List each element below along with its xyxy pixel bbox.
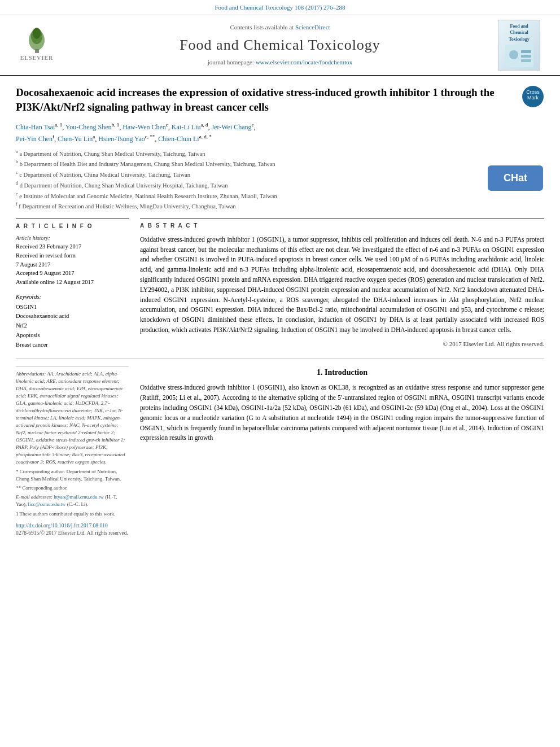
affiliation-b: b b Department of Health Diet and Indust… [16,159,544,169]
chat-button-container: CHat [488,165,543,191]
thumb-line3: Toxicology [509,36,530,43]
doi-link: http://dx.doi.org/10.1016/j.fct.2017.08.… [16,522,129,530]
email-yao-link[interactable]: htyao@mail.cmu.edu.tw [54,494,104,500]
journal-citation-banner: Food and Chemical Toxicology 108 (2017) … [0,0,560,15]
chat-button[interactable]: CHat [488,165,543,191]
affiliation-e: e e Institute of Molecular and Genomic M… [16,191,544,201]
introduction-text: Oxidative stress-induced growth inhibito… [140,383,544,443]
journal-homepage: journal homepage: www.elsevier.com/locat… [62,58,498,67]
affiliation-f: f f Department of Recreation and Holisti… [16,201,544,211]
svg-text:Mark: Mark [527,95,539,101]
affiliations: a a Department of Nutrition, Chung Shan … [16,148,544,212]
author-pei-yin-chen[interactable]: Pei-Yin Chen [16,135,53,143]
accepted-label: Accepted 9 August 2017 [16,269,129,278]
equal-contribution-note: 1 These authors contributed equally to t… [16,510,129,518]
article-title-section: Docosahexaenoic acid increases the expre… [16,85,544,114]
homepage-url[interactable]: www.elsevier.com/locate/foodchemtox [256,59,353,65]
copyright-line: © 2017 Elsevier Ltd. All rights reserved… [140,340,544,349]
author-you-cheng-shen[interactable]: You-Cheng Shen [65,123,112,131]
history-block: Article history: Received 23 February 20… [16,234,129,287]
abstract-text: Oxidative stress-induced growth inhibito… [140,235,544,335]
abstract-section: A B S T R A C T Oxidative stress-induced… [140,222,544,349]
history-label: Article history: [16,234,129,242]
homepage-label: journal homepage: [208,59,254,65]
keyword-dha: Docosahexaenoic acid [16,312,129,321]
article-body: A R T I C L E I N F O Article history: R… [16,218,544,350]
email-label: E-mail addresses: [16,494,53,500]
footnotes-column: Abbreviations: AA, Arachidonic acid; ALA… [16,366,129,538]
received-date: Received 23 February 2017 [16,242,129,251]
svg-text:Cross: Cross [526,89,540,95]
author-kai-li-liu[interactable]: Kai-Li Liu [172,123,201,131]
revised-date: 7 August 2017 [16,260,129,269]
introduction-heading: 1. Introduction [140,366,544,379]
article-info: A R T I C L E I N F O Article history: R… [16,222,129,350]
abbreviations-title: Abbreviations: AA, Arachidonic acid; ALA… [16,370,129,466]
author-jer-wei-chang[interactable]: Jer-Wei Chang [211,123,251,131]
affiliation-d: d d Department of Nutrition, Chung Shan … [16,180,544,190]
author-hsien-tsung-yao[interactable]: Hsien-Tsung Yao [98,135,145,143]
author-chen-yu-lin[interactable]: Chen-Yu Lin [58,135,93,143]
thumb-line1: Food and [510,23,528,30]
author-haw-wen-chen[interactable]: Haw-Wen Chen [123,123,166,131]
article-title: Docosahexaenoic acid increases the expre… [16,85,515,114]
svg-point-5 [509,50,518,59]
elsevier-logo: ELSEVIER [11,28,62,63]
keyword-osgin1: OSGIN1 [16,303,129,312]
thumb-line2: Chemical [510,29,528,36]
svg-rect-7 [521,55,531,58]
keywords-title: Keywords: [16,292,129,302]
section-divider [16,358,544,359]
journal-title-area: Contents lists available at ScienceDirec… [62,23,498,67]
doi-anchor[interactable]: http://dx.doi.org/10.1016/j.fct.2017.08.… [16,523,108,528]
journal-cover-graphic [505,45,533,67]
email-addresses: E-mail addresses: htyao@mail.cmu.edu.tw … [16,493,129,508]
email2-person: (C.-C. Li). [67,501,89,507]
citation-text: Food and Chemical Toxicology 108 (2017) … [215,4,345,11]
svg-rect-6 [521,50,531,53]
tree-icon [21,28,53,53]
sciencedirect-link[interactable]: ScienceDirect [295,24,330,30]
authors-line: Chia-Han Tsaia, 1, You-Cheng Shenb, 1, H… [16,121,544,145]
keyword-breast-cancer: Breast cancer [16,340,129,350]
corresponding-note-1: * Corresponding author. Department of Nu… [16,468,129,483]
contents-line: Contents lists available at ScienceDirec… [62,23,498,32]
svg-point-3 [33,28,41,39]
contents-label: Contents lists available at [230,24,294,30]
svg-rect-8 [521,59,531,62]
online-label: Available online 12 August 2017 [16,278,129,287]
author-chien-chun-li[interactable]: Chien-Chun Li [158,135,199,143]
keyword-nrf2: Nrf2 [16,321,129,331]
affiliation-a: a a Department of Nutrition, Chung Shan … [16,148,544,159]
affiliation-c: c c Department of Nutrition, China Medic… [16,169,544,180]
intro-two-col: Abbreviations: AA, Arachidonic acid; ALA… [16,366,544,538]
introduction-text-column: 1. Introduction Oxidative stress-induced… [140,366,544,538]
author-chia-han-tsai[interactable]: Chia-Han Tsai [16,123,55,131]
abstract-title: A B S T R A C T [140,222,544,230]
email-li-link[interactable]: licc@csmu.edu.tw [28,501,66,507]
keyword-apoptosis: Apoptosis [16,331,129,340]
keywords-section: Keywords: OSGIN1 Docosahexaenoic acid Nr… [16,292,129,350]
left-column: A R T I C L E I N F O Article history: R… [16,218,129,350]
article-info-title: A R T I C L E I N F O [16,222,129,230]
journal-thumbnail: Food and Chemical Toxicology [498,20,540,71]
doi-section: http://dx.doi.org/10.1016/j.fct.2017.08.… [16,522,129,538]
introduction-section: Abbreviations: AA, Arachidonic acid; ALA… [16,366,544,538]
abbreviations-text: AA, Arachidonic acid; ALA, alpha-linolen… [16,371,125,465]
right-column: A B S T R A C T Oxidative stress-induced… [140,218,544,350]
elsevier-text: ELSEVIER [20,54,54,63]
corresponding-note-2: ** Corresponding author. [16,484,129,492]
journal-thumbnail-area: Food and Chemical Toxicology [498,20,549,71]
journal-header: ELSEVIER Contents lists available at Sci… [0,15,560,76]
main-content: Docosahexaenoic acid increases the expre… [0,76,560,547]
journal-title: Food and Chemical Toxicology [62,34,498,56]
revised-label: Received in revised form [16,251,129,260]
crossmark-badge[interactable]: Cross Mark [522,85,544,108]
issn-line: 0278-6915/© 2017 Elsevier Ltd. All right… [16,530,129,538]
